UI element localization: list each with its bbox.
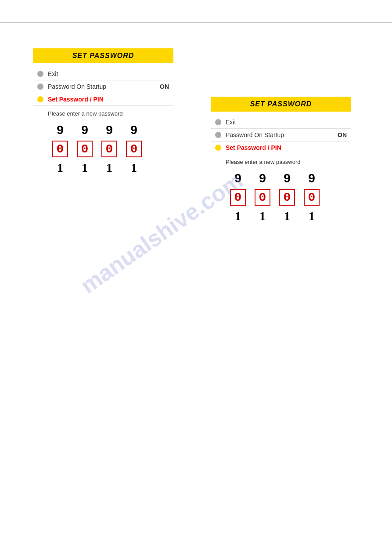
bullet-startup-left [37, 83, 43, 90]
bullet-exit-right [215, 119, 221, 125]
bullet-startup-right [215, 132, 221, 138]
startup-value-left: ON [160, 83, 169, 90]
digits-bottom-left: 1 1 1 1 [48, 161, 169, 175]
menu-item-startup-left[interactable]: Password On Startup ON [33, 80, 173, 93]
menu-item-setpassword-right[interactable]: Set Password / PIN [211, 141, 351, 154]
digit-mid-left-0[interactable]: 0 [52, 141, 68, 157]
digit-mid-left-1[interactable]: 0 [77, 141, 93, 157]
panel-left: SET PASSWORD Exit Password On Startup ON… [33, 48, 173, 181]
startup-label-left: Password On Startup [48, 83, 155, 90]
digit-bot-right-3: 1 [304, 209, 320, 223]
password-section-left: Please enter a new password 9 9 9 9 0 0 … [33, 106, 173, 181]
digits-top-left: 9 9 9 9 [48, 123, 169, 137]
panel-left-header: SET PASSWORD [33, 48, 173, 63]
digit-mid-right-0[interactable]: 0 [230, 189, 246, 206]
digit-mid-left-2[interactable]: 0 [101, 141, 117, 157]
bullet-exit-left [37, 71, 43, 77]
digit-bot-left-3: 1 [126, 161, 142, 175]
digits-middle-right: 0 0 0 0 [226, 189, 347, 206]
digit-top-left-0: 9 [52, 123, 68, 137]
digit-mid-right-2[interactable]: 0 [279, 189, 295, 206]
digit-top-right-1: 9 [255, 171, 270, 185]
exit-label-right: Exit [226, 119, 347, 126]
digit-bot-left-0: 1 [52, 161, 68, 175]
digit-bot-right-0: 1 [230, 209, 246, 223]
digits-bottom-right: 1 1 1 1 [226, 209, 347, 223]
menu-item-exit-right[interactable]: Exit [211, 116, 351, 129]
exit-label-left: Exit [48, 70, 169, 77]
digits-top-right: 9 9 9 9 [226, 171, 347, 185]
menu-item-startup-right[interactable]: Password On Startup ON [211, 129, 351, 141]
digit-bot-left-1: 1 [77, 161, 93, 175]
setpassword-label-right: Set Password / PIN [226, 144, 347, 151]
digit-top-left-1: 9 [77, 123, 93, 137]
password-prompt-left: Please enter a new password [48, 110, 169, 117]
digit-top-right-3: 9 [304, 171, 320, 185]
digit-top-left-2: 9 [101, 123, 117, 137]
panel-left-title: SET PASSWORD [72, 52, 134, 59]
digit-top-right-2: 9 [279, 171, 295, 185]
password-section-right: Please enter a new password 9 9 9 9 0 0 … [211, 154, 351, 229]
startup-label-right: Password On Startup [226, 131, 333, 138]
panel-right-title: SET PASSWORD [250, 100, 312, 108]
panel-right: SET PASSWORD Exit Password On Startup ON… [211, 97, 351, 229]
digits-middle-left: 0 0 0 0 [48, 141, 169, 157]
digit-mid-right-3[interactable]: 0 [304, 189, 320, 206]
digit-top-left-3: 9 [126, 123, 142, 137]
startup-value-right: ON [338, 131, 347, 138]
digit-mid-right-1[interactable]: 0 [255, 189, 270, 206]
digit-bot-right-2: 1 [279, 209, 295, 223]
bullet-setpassword-left [37, 96, 43, 102]
menu-item-exit-left[interactable]: Exit [33, 68, 173, 80]
digit-bot-left-2: 1 [101, 161, 117, 175]
menu-item-setpassword-left[interactable]: Set Password / PIN [33, 93, 173, 106]
panel-right-header: SET PASSWORD [211, 97, 351, 112]
password-prompt-right: Please enter a new password [226, 159, 347, 165]
digit-bot-right-1: 1 [255, 209, 270, 223]
setpassword-label-left: Set Password / PIN [48, 96, 169, 103]
bullet-setpassword-right [215, 145, 221, 151]
digit-mid-left-3[interactable]: 0 [126, 141, 142, 157]
digit-top-right-0: 9 [230, 171, 246, 185]
top-divider [0, 22, 392, 23]
